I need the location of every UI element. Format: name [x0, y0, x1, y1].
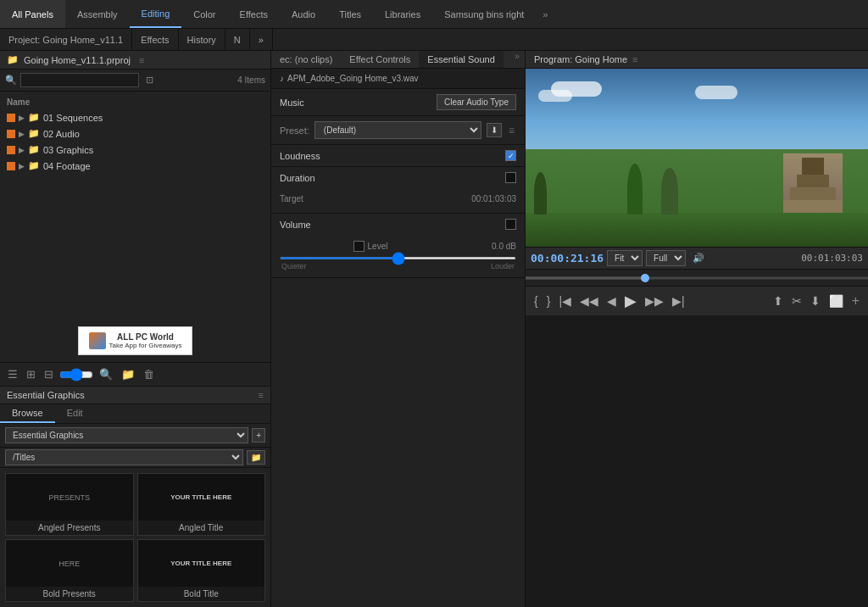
eg-new-btn[interactable]: +: [252, 428, 265, 443]
eg-label-2: Angled Title: [179, 521, 223, 535]
temple-step3: [797, 175, 829, 187]
program-monitor-title: Program: Going Home: [534, 54, 627, 64]
full-select[interactable]: Full: [646, 250, 686, 266]
eg-tab-browse[interactable]: Browse: [0, 404, 55, 423]
nav-effects[interactable]: Effects: [228, 0, 280, 28]
es-section-duration-header[interactable]: Duration: [271, 167, 525, 188]
expand-arrow[interactable]: ▶: [19, 146, 25, 154]
es-loudness-title: Loudness: [280, 151, 320, 161]
tree-item-03-graphics[interactable]: ▶ 📁 03 Graphics: [0, 142, 270, 158]
nav-assembly[interactable]: Assembly: [65, 0, 130, 28]
nav-audio[interactable]: Audio: [280, 0, 327, 28]
tree-header: Name: [0, 95, 270, 109]
play-btn[interactable]: ▶: [621, 290, 640, 312]
eg-label-1: Angled Presents: [38, 521, 100, 535]
goto-in-btn[interactable]: |◀: [555, 292, 575, 309]
expand-arrow[interactable]: ▶: [19, 114, 25, 122]
es-preset-dropdown[interactable]: (Default): [314, 121, 481, 139]
es-volume-slider[interactable]: [280, 257, 516, 259]
fit-select[interactable]: Fit: [607, 250, 643, 266]
tab-n[interactable]: N: [225, 29, 250, 50]
goto-out-btn[interactable]: ▶|: [669, 292, 688, 309]
nav-color[interactable]: Color: [181, 0, 227, 28]
freeform-btn[interactable]: ⊟: [42, 366, 56, 382]
search-input[interactable]: [20, 73, 139, 87]
zoom-slider[interactable]: [59, 368, 93, 381]
es-duration-checkbox[interactable]: [505, 172, 516, 183]
color-indicator: [7, 146, 15, 154]
eg-browse-btn[interactable]: 📁: [247, 450, 265, 465]
cloud-3: [695, 86, 737, 99]
mark-out-btn[interactable]: }: [543, 292, 554, 309]
grid-view-btn[interactable]: ⊞: [24, 366, 38, 382]
step-back-btn[interactable]: ◀◀: [576, 292, 602, 309]
nav-libraries[interactable]: Libraries: [373, 0, 432, 28]
project-title: Going Home_v11.1.prproj: [24, 55, 131, 65]
tab-effect-controls[interactable]: Effect Controls: [341, 51, 419, 68]
browse-icon[interactable]: ⊡: [146, 75, 153, 86]
pb-playhead[interactable]: [641, 274, 649, 282]
temple-top: [802, 158, 824, 175]
list-view-btn[interactable]: ☰: [5, 366, 20, 382]
eg-card-angled-title[interactable]: YOUR TITLE HERE Angled Title: [137, 473, 266, 536]
es-level-checkbox[interactable]: [353, 241, 364, 252]
eg-menu-icon[interactable]: ≡: [259, 390, 264, 400]
nav-samsung[interactable]: Samsung bins right: [432, 0, 536, 28]
extract-btn[interactable]: ✂: [788, 292, 805, 309]
tab-more[interactable]: »: [250, 29, 273, 50]
watermark-logo: [89, 332, 106, 349]
eg-thumbnail-2: YOUR TITLE HERE: [138, 474, 265, 521]
folder-btn[interactable]: 📁: [119, 366, 137, 382]
expand-arrow[interactable]: ▶: [19, 130, 25, 138]
export-btn[interactable]: ⬇: [807, 292, 824, 309]
es-loudness-checkbox[interactable]: ✓: [505, 150, 516, 161]
color-indicator: [7, 162, 15, 170]
eg-tab-edit[interactable]: Edit: [55, 404, 95, 423]
playback-bar[interactable]: [526, 269, 868, 286]
search-icon: 🔍: [5, 75, 17, 86]
es-section-volume-header[interactable]: Volume: [271, 214, 525, 235]
nav-all-panels[interactable]: All Panels: [0, 0, 65, 28]
es-volume-content: Level 0.0 dB Quieter Louder: [271, 235, 525, 277]
folder-icon: 📁: [28, 112, 40, 123]
play-prev-btn[interactable]: ◀: [604, 292, 620, 309]
search2-icon[interactable]: 🔍: [97, 366, 115, 382]
es-volume-checkbox[interactable]: [505, 219, 516, 230]
tab-history[interactable]: History: [179, 29, 225, 50]
middle-tabs-more[interactable]: »: [509, 51, 525, 68]
tree-item-02-audio[interactable]: ▶ 📁 02 Audio: [0, 125, 270, 142]
full-screen-btn[interactable]: ⬜: [826, 292, 847, 309]
eg-path-dropdown[interactable]: /Titles: [5, 449, 243, 465]
es-louder-label: Louder: [491, 262, 515, 270]
tree-item-04-footage[interactable]: ▶ 📁 04 Footage: [0, 158, 270, 174]
es-target-row: Target 00:01:03:03: [280, 192, 516, 206]
monitor-end-time: 00:01:03:03: [801, 253, 863, 264]
add-btn[interactable]: +: [849, 293, 863, 309]
color-indicator: [7, 130, 15, 138]
search-bar: 🔍 ⊡ 4 Items: [0, 70, 270, 92]
mark-in-btn[interactable]: {: [531, 292, 542, 309]
nav-more-btn[interactable]: »: [536, 9, 554, 19]
video-sky: [526, 69, 868, 158]
eg-card-angled-presents[interactable]: PRESENTS Angled Presents: [5, 473, 134, 536]
tab-effects[interactable]: Effects: [132, 29, 178, 50]
project-menu-icon[interactable]: ≡: [139, 55, 144, 65]
nav-titles[interactable]: Titles: [327, 0, 373, 28]
expand-arrow[interactable]: ▶: [19, 162, 25, 170]
tree-item-01-sequences[interactable]: ▶ 📁 01 Sequences: [0, 109, 270, 125]
eg-dropdown-main[interactable]: Essential Graphics: [5, 427, 248, 443]
play-next-btn[interactable]: ▶▶: [642, 292, 667, 309]
nav-editing[interactable]: Editing: [130, 0, 182, 28]
eg-card-bold-presents[interactable]: HERE Bold Presents: [5, 539, 134, 602]
lift-btn[interactable]: ⬆: [770, 292, 787, 309]
tab-project[interactable]: Project: Going Home_v11.1: [0, 29, 132, 50]
es-section-loudness-header[interactable]: Loudness ✓: [271, 145, 525, 166]
es-preset-save-btn[interactable]: ⬇: [487, 123, 502, 137]
delete-btn[interactable]: 🗑: [141, 366, 157, 382]
es-preset-menu-btn[interactable]: ≡: [507, 123, 516, 138]
tab-no-clips[interactable]: ec: (no clips): [271, 51, 341, 68]
es-clear-btn[interactable]: Clear Audio Type: [437, 94, 516, 110]
eg-card-bold-title[interactable]: YOUR TITLE HERE Bold Title: [137, 539, 266, 602]
program-menu-icon[interactable]: ≡: [632, 54, 637, 64]
tab-essential-sound[interactable]: Essential Sound: [419, 51, 504, 68]
